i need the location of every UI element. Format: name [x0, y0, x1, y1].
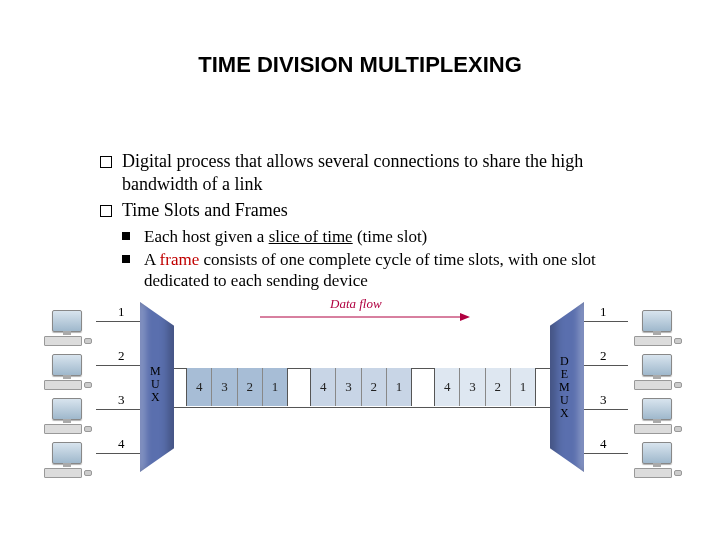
right-line-number: 1 [600, 304, 607, 320]
svg-marker-1 [460, 313, 470, 321]
slot: 4 [311, 368, 336, 406]
bullet-open-square-icon [100, 205, 112, 217]
host-right-4-icon [630, 442, 684, 480]
slot: 1 [511, 368, 535, 406]
bullet-text: Digital process that allows several conn… [122, 151, 583, 194]
slot: 1 [263, 368, 287, 406]
text: A [144, 250, 160, 269]
slot: 2 [362, 368, 387, 406]
host-left-4-icon [40, 442, 94, 480]
host-right-3-icon [630, 398, 684, 436]
bullet-text: Time Slots and Frames [122, 200, 288, 220]
subbullet-frame-definition: A frame consists of one complete cycle o… [122, 249, 660, 292]
frame: 4 3 2 1 [186, 368, 288, 406]
host-left-1-icon [40, 310, 94, 348]
wire-left [96, 365, 140, 366]
frame: 4 3 2 1 [310, 368, 412, 406]
body-text: Digital process that allows several conn… [100, 150, 660, 293]
slot: 3 [212, 368, 237, 406]
text-underlined: slice of time [269, 227, 353, 246]
left-line-number: 3 [118, 392, 125, 408]
left-line-number: 2 [118, 348, 125, 364]
left-line-number: 1 [118, 304, 125, 320]
text: consists of one complete cycle of time s… [144, 250, 596, 290]
bullet-filled-square-icon [122, 255, 130, 263]
bullet-open-square-icon [100, 156, 112, 168]
host-left-2-icon [40, 354, 94, 392]
text: (time slot) [353, 227, 428, 246]
right-line-number: 3 [600, 392, 607, 408]
slot: 4 [187, 368, 212, 406]
slot: 3 [336, 368, 361, 406]
slot: 2 [238, 368, 263, 406]
host-right-2-icon [630, 354, 684, 392]
tdm-diagram: 1 2 3 4 M U X 4 3 2 1 4 3 2 1 4 3 2 1 Da… [100, 310, 640, 510]
right-line-number: 4 [600, 436, 607, 452]
text-red: frame [160, 250, 200, 269]
wire-left [96, 453, 140, 454]
left-line-number: 4 [118, 436, 125, 452]
wire-right [584, 453, 628, 454]
slot: 1 [387, 368, 411, 406]
data-flow-arrow-icon [260, 310, 470, 325]
demux-label: D E M U X [559, 355, 570, 420]
host-right-1-icon [630, 310, 684, 348]
text: Each host given a [144, 227, 269, 246]
bullet-filled-square-icon [122, 232, 130, 240]
right-line-number: 2 [600, 348, 607, 364]
slot: 2 [486, 368, 511, 406]
frame: 4 3 2 1 [434, 368, 536, 406]
wire-right [584, 365, 628, 366]
page-title: TIME DIVISION MULTIPLEXING [0, 52, 720, 78]
wire-left [96, 321, 140, 322]
wire-left [96, 409, 140, 410]
slot: 3 [460, 368, 485, 406]
wire-right [584, 321, 628, 322]
subbullet-slice-of-time: Each host given a slice of time (time sl… [122, 226, 660, 247]
mux-label: M U X [150, 365, 161, 404]
bullet-time-slots-frames: Time Slots and Frames [100, 199, 660, 222]
slot: 4 [435, 368, 460, 406]
host-left-3-icon [40, 398, 94, 436]
bullet-digital-process: Digital process that allows several conn… [100, 150, 660, 195]
wire-right [584, 409, 628, 410]
data-flow-label: Data flow [330, 296, 382, 312]
